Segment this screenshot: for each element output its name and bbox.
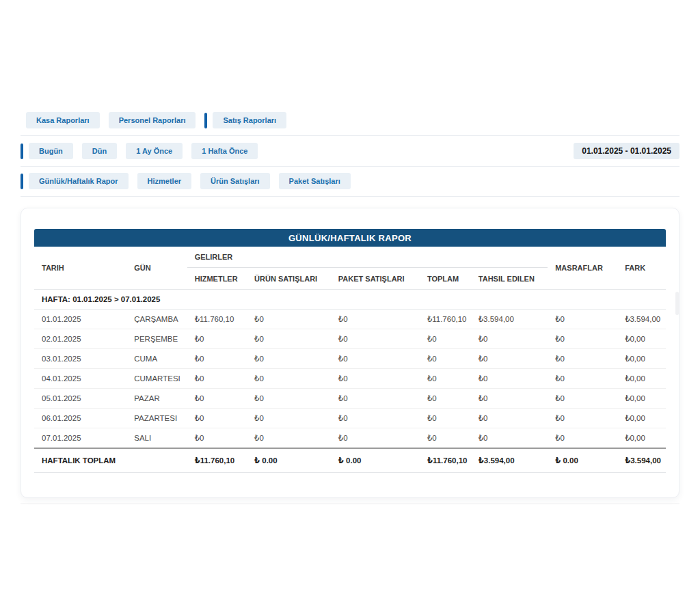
cell-masraflar: ₺0: [548, 389, 617, 409]
content-area: Kasa Raporları Personel Raporları Satış …: [21, 109, 679, 504]
col-header-toplam: TOPLAM: [420, 268, 471, 290]
cell-urun: ₺0: [247, 310, 331, 329]
cell-gun: ÇARŞAMBA: [126, 310, 187, 329]
cell-toplam: ₺0: [420, 369, 471, 389]
cell-toplam: ₺0: [420, 349, 471, 369]
cell-paket: ₺0: [331, 310, 420, 329]
cell-tarih: 03.01.2025: [34, 349, 126, 369]
period-filter-bar: Bugün Dün 1 Ay Önce 1 Hafta Önce 01.01.2…: [21, 136, 679, 167]
cell-fark: ₺0,00: [617, 349, 666, 369]
totals-toplam: ₺11.760,10: [420, 448, 471, 473]
date-range-picker[interactable]: 01.01.2025 - 01.01.2025: [574, 143, 679, 159]
report-group-tabs: Kasa Raporları Personel Raporları Satış …: [21, 109, 679, 136]
tab-kasa-raporlari[interactable]: Kasa Raporları: [26, 112, 100, 128]
cell-toplam: ₺0: [420, 428, 471, 449]
cell-toplam: ₺0: [420, 389, 471, 409]
cell-urun: ₺0: [247, 409, 331, 428]
cell-urun: ₺0: [247, 329, 331, 349]
tab-gunluk-haftalik-rapor[interactable]: Günlük/Haftalık Rapor: [29, 173, 129, 189]
table-row: 02.01.2025 PERŞEMBE ₺0 ₺0 ₺0 ₺0 ₺0 ₺0 ₺0…: [34, 329, 666, 349]
bottom-divider: [21, 504, 679, 504]
cell-paket: ₺0: [331, 389, 420, 409]
tab-1-hafta-once[interactable]: 1 Hafta Önce: [191, 143, 258, 159]
cell-paket: ₺0: [331, 329, 420, 349]
table-row: 04.01.2025 CUMARTESI ₺0 ₺0 ₺0 ₺0 ₺0 ₺0 ₺…: [34, 369, 666, 389]
cell-urun: ₺0: [247, 389, 331, 409]
table-header: TARIH GÜN GELIRLER MASRAFLAR FARK HIZMET…: [34, 247, 666, 290]
cell-fark: ₺0,00: [617, 428, 666, 449]
active-report-type-indicator: [21, 174, 23, 189]
table-row: 05.01.2025 PAZAR ₺0 ₺0 ₺0 ₺0 ₺0 ₺0 ₺0,00: [34, 389, 666, 409]
totals-gun-empty: [126, 448, 187, 473]
tab-dun[interactable]: Dün: [82, 143, 117, 159]
report-title: GÜNLÜK/HAFTALIK RAPOR: [34, 229, 666, 247]
cell-masraflar: ₺0: [548, 369, 617, 389]
totals-urun: ₺ 0.00: [247, 448, 331, 473]
cell-masraflar: ₺0: [548, 428, 617, 449]
tab-hizmetler[interactable]: Hizmetler: [137, 173, 192, 189]
cell-toplam: ₺0: [420, 329, 471, 349]
cell-tarih: 02.01.2025: [34, 329, 126, 349]
cell-hizmetler: ₺0: [187, 329, 247, 349]
cell-urun: ₺0: [247, 428, 331, 449]
period-filter-tabs: Bugün Dün 1 Ay Önce 1 Hafta Önce: [21, 143, 267, 159]
report-card: GÜNLÜK/HAFTALIK RAPOR TARIH GÜN GELIRLER…: [21, 208, 679, 498]
week-header-row: HAFTA: 01.01.2025 > 07.01.2025: [34, 290, 666, 310]
tab-bugun[interactable]: Bugün: [29, 143, 73, 159]
cell-tarih: 05.01.2025: [34, 389, 126, 409]
col-header-tarih: TARIH: [34, 247, 126, 290]
table-row: 07.01.2025 SALI ₺0 ₺0 ₺0 ₺0 ₺0 ₺0 ₺0,00: [34, 428, 666, 449]
totals-fark: ₺3.594,00: [617, 448, 666, 473]
cell-hizmetler: ₺0: [187, 409, 247, 428]
cell-tahsil: ₺0: [471, 409, 548, 428]
cell-masraflar: ₺0: [548, 409, 617, 428]
cell-hizmetler: ₺0: [187, 428, 247, 449]
totals-label: HAFTALIK TOPLAM: [34, 448, 126, 473]
cell-hizmetler: ₺0: [187, 349, 247, 369]
cell-toplam: ₺0: [420, 409, 471, 428]
col-group-gelirler: GELIRLER: [187, 247, 548, 268]
totals-paket: ₺ 0.00: [331, 448, 420, 473]
cell-masraflar: ₺0: [548, 310, 617, 329]
report-type-tabs: Günlük/Haftalık Rapor Hizmetler Ürün Sat…: [21, 167, 679, 197]
cell-gun: PERŞEMBE: [126, 329, 187, 349]
cell-gun: CUMARTESI: [126, 369, 187, 389]
cell-masraflar: ₺0: [548, 329, 617, 349]
cell-tarih: 07.01.2025: [34, 428, 126, 449]
active-period-indicator: [21, 143, 23, 159]
tab-satis-raporlari[interactable]: Satış Raporları: [213, 112, 286, 128]
cell-urun: ₺0: [247, 349, 331, 369]
active-tab-indicator: [204, 113, 207, 128]
cell-masraflar: ₺0: [548, 349, 617, 369]
cell-paket: ₺0: [331, 369, 420, 389]
weekly-totals-row: HAFTALIK TOPLAM ₺11.760,10 ₺ 0.00 ₺ 0.00…: [34, 448, 666, 473]
cell-hizmetler: ₺0: [187, 389, 247, 409]
cell-paket: ₺0: [331, 409, 420, 428]
cell-hizmetler: ₺11.760,10: [187, 310, 247, 329]
cell-gun: PAZAR: [126, 389, 187, 409]
totals-masraflar: ₺ 0.00: [548, 448, 617, 473]
cell-tahsil: ₺0: [471, 428, 548, 449]
cell-tarih: 06.01.2025: [34, 409, 126, 428]
col-header-masraflar: MASRAFLAR: [548, 247, 617, 290]
tab-urun-satislari[interactable]: Ürün Satışları: [200, 173, 270, 189]
col-header-urun-satislari: ÜRÜN SATIŞLARI: [247, 268, 331, 290]
cell-tarih: 01.01.2025: [34, 310, 126, 329]
weekly-report-table: TARIH GÜN GELIRLER MASRAFLAR FARK HIZMET…: [34, 247, 666, 473]
cell-fark: ₺0,00: [617, 389, 666, 409]
week-header-label: HAFTA: 01.01.2025 > 07.01.2025: [34, 290, 666, 310]
tab-paket-satislari[interactable]: Paket Satışları: [279, 173, 351, 189]
col-header-tahsil-edilen: TAHSIL EDILEN: [471, 268, 548, 290]
cell-tahsil: ₺0: [471, 369, 548, 389]
table-row: 06.01.2025 PAZARTESI ₺0 ₺0 ₺0 ₺0 ₺0 ₺0 ₺…: [34, 409, 666, 428]
tab-1-ay-once[interactable]: 1 Ay Önce: [126, 143, 183, 159]
table-row: 03.01.2025 CUMA ₺0 ₺0 ₺0 ₺0 ₺0 ₺0 ₺0,00: [34, 349, 666, 369]
cell-paket: ₺0: [331, 428, 420, 449]
cell-toplam: ₺11.760,10: [420, 310, 471, 329]
cell-fark: ₺0,00: [617, 369, 666, 389]
totals-tahsil: ₺3.594,00: [471, 448, 548, 473]
totals-hizmetler: ₺11.760,10: [187, 448, 247, 473]
cell-fark: ₺0,00: [617, 329, 666, 349]
scrollbar-handle[interactable]: [675, 292, 679, 315]
tab-personel-raporlari[interactable]: Personel Raporları: [109, 112, 196, 128]
